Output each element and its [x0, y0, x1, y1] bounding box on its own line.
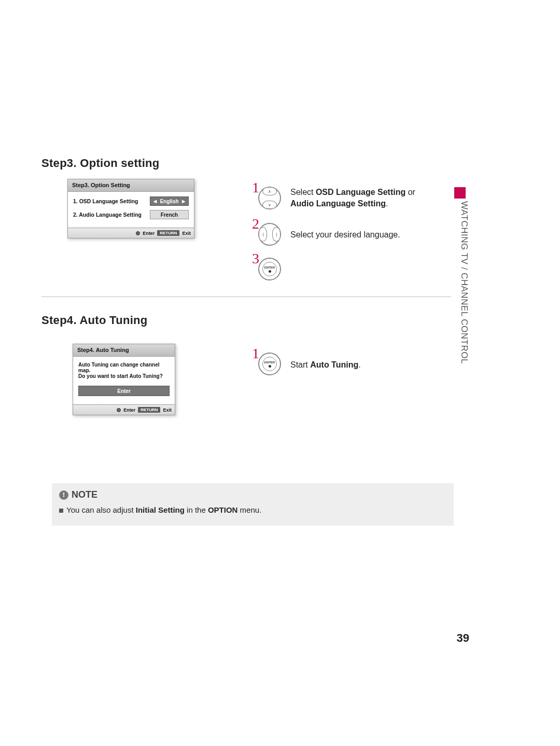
audio-language-label: 2. Audio Language Setting: [73, 212, 142, 218]
dpad-down-icon: ∨: [262, 201, 277, 209]
bullet-square-icon: [59, 509, 63, 513]
step-number-1: 1: [252, 179, 259, 196]
section-tab-marker: [454, 187, 466, 199]
text-bold: Audio Language Setting: [290, 199, 386, 208]
enter-button-icon: ENTER: [262, 262, 277, 276]
step4-osd-panel: Step4. Auto Tuning Auto Tuning can chang…: [73, 344, 175, 415]
footer-exit-label: Exit: [163, 407, 172, 413]
step3-instruction-1: Select OSD Language Setting or Audio Lan…: [290, 187, 415, 210]
step3-heading: Step3. Option setting: [41, 157, 160, 170]
enter-dot-icon: [269, 270, 271, 273]
page-number: 39: [457, 631, 469, 645]
panel-body: Auto Tuning can change channel map. Do y…: [73, 357, 175, 411]
step-number-2: 2: [252, 216, 259, 232]
enter-button-icon: ENTER: [262, 357, 277, 371]
section-vertical-label: WATCHING TV / CHANNEL CONTROL: [459, 201, 469, 364]
note-body: You can also adjust Initial Setting in t…: [59, 505, 446, 514]
osd-language-label: 1. OSD Language Setting: [73, 198, 138, 204]
text: .: [358, 360, 360, 369]
audio-language-value[interactable]: French: [150, 210, 189, 219]
remote-circle: ⟨ ⟩: [258, 223, 281, 246]
footer-exit-label: Exit: [182, 231, 191, 236]
remote-circle: ∧ ∨: [258, 187, 281, 209]
step-number-3: 3: [252, 250, 259, 267]
dpad-up-icon: ∧: [262, 187, 277, 195]
note-exclamation-icon: !: [59, 490, 68, 500]
text-bold: OPTION: [208, 505, 238, 514]
panel-title: Step4. Auto Tuning: [73, 344, 175, 357]
dpad-left-icon: ⟨: [259, 227, 267, 242]
text: Start: [290, 360, 310, 369]
step4-heading: Step4. Auto Tuning: [41, 314, 148, 327]
enter-dot-icon: [269, 365, 271, 368]
panel-footer: Enter RETURN Exit: [68, 228, 194, 238]
enter-button[interactable]: Enter: [78, 386, 170, 396]
osd-language-value[interactable]: ◀ English ▶: [150, 196, 189, 206]
section-divider: [41, 297, 451, 297]
footer-return-pill: RETURN: [138, 407, 160, 413]
remote-circle: ENTER: [258, 353, 281, 375]
note-title: NOTE: [72, 489, 97, 500]
step-number-1: 1: [252, 345, 259, 362]
triangle-left-icon: ◀: [153, 199, 157, 204]
remote-enter-button: 1 ENTER: [258, 353, 281, 375]
text: or: [405, 188, 415, 196]
panel-title: Step3. Option Setting: [68, 179, 194, 192]
text: in the: [185, 505, 208, 514]
manual-page: WATCHING TV / CHANNEL CONTROL 39 Step3. …: [0, 0, 560, 746]
audio-language-row: 2. Audio Language Setting French: [73, 210, 189, 219]
enter-text: ENTER: [264, 361, 275, 364]
text-bold: Initial Setting: [136, 505, 185, 514]
text-bold: OSD Language Setting: [316, 188, 405, 196]
step3-osd-panel: Step3. Option Setting 1. OSD Language Se…: [67, 179, 194, 238]
footer-enter-label: Enter: [123, 407, 135, 413]
text: .: [386, 199, 388, 208]
text: menu.: [237, 505, 261, 514]
text: You can also adjust: [66, 505, 136, 514]
enter-text: ENTER: [264, 266, 275, 269]
triangle-right-icon: ▶: [182, 199, 185, 204]
step4-instruction: Start Auto Tuning.: [290, 359, 361, 371]
osd-language-value-text: English: [160, 199, 178, 204]
enter-dot-icon: [117, 408, 121, 412]
footer-enter-label: Enter: [143, 231, 155, 236]
remote-leftright-button: 2 ⟨ ⟩: [258, 223, 281, 246]
panel-text-line2: Do you want to start Auto Tuning?: [78, 373, 170, 379]
text: Select: [290, 188, 316, 196]
panel-footer: Enter RETURN Exit: [73, 404, 175, 415]
note-header: ! NOTE: [59, 489, 446, 500]
enter-dot-icon: [136, 231, 140, 235]
text-bold: Auto Tuning: [310, 360, 358, 369]
dpad-right-icon: ⟩: [272, 227, 281, 242]
note-box: ! NOTE You can also adjust Initial Setti…: [52, 483, 454, 526]
panel-text-line1: Auto Tuning can change channel map.: [78, 362, 170, 373]
remote-enter-button: 3 ENTER: [258, 258, 281, 280]
step3-instruction-2: Select your desired language.: [290, 229, 400, 241]
osd-language-row: 1. OSD Language Setting ◀ English ▶: [73, 196, 189, 206]
remote-updown-button: 1 ∧ ∨: [258, 187, 281, 209]
remote-circle: ENTER: [258, 258, 281, 280]
audio-language-value-text: French: [161, 212, 178, 218]
footer-return-pill: RETURN: [157, 230, 179, 236]
